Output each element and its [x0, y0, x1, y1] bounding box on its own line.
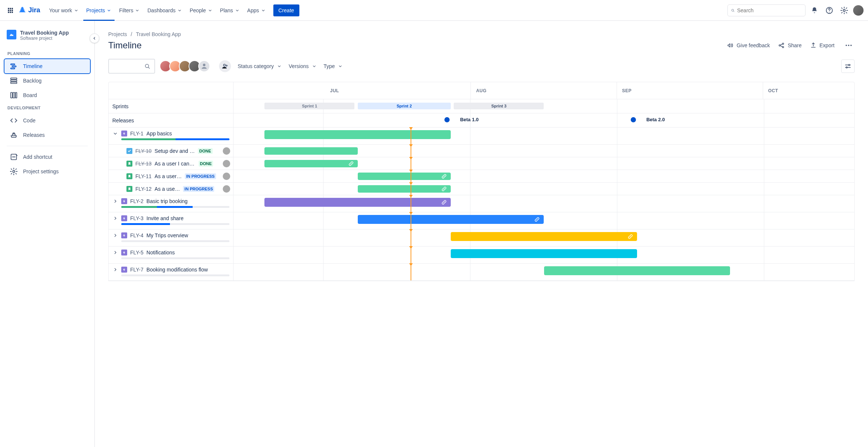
- issue-key[interactable]: FLY-10: [135, 148, 152, 154]
- epic-title[interactable]: Invite and share: [147, 215, 184, 221]
- nav-apps[interactable]: Apps: [244, 0, 269, 21]
- settings-icon[interactable]: [838, 4, 850, 16]
- filter-search[interactable]: [108, 59, 155, 74]
- expand-toggle[interactable]: [112, 198, 118, 204]
- status-lozenge: DONE: [199, 161, 213, 167]
- issue-title[interactable]: As a user I can …: [155, 161, 196, 167]
- gear-icon: [10, 167, 18, 176]
- issue-key[interactable]: FLY-11: [135, 173, 152, 179]
- expand-toggle[interactable]: [112, 215, 118, 221]
- notifications-icon[interactable]: [808, 4, 820, 16]
- chevron-down-icon: [74, 8, 79, 13]
- add-assignee-button[interactable]: [219, 60, 231, 72]
- epic-key[interactable]: FLY-3: [130, 215, 144, 221]
- filter-type[interactable]: Type: [324, 63, 343, 69]
- epic-key[interactable]: FLY-1: [130, 131, 144, 136]
- issue-key[interactable]: FLY-12: [135, 186, 152, 192]
- timeline-bar[interactable]: [264, 160, 357, 167]
- jira-logo[interactable]: Jira: [18, 6, 40, 15]
- assignee-avatar[interactable]: [223, 185, 230, 193]
- sidebar-item-timeline[interactable]: Timeline: [4, 59, 90, 73]
- filter-status-category[interactable]: Status category: [238, 63, 282, 69]
- app-switcher-icon[interactable]: [4, 4, 16, 16]
- chevron-down-icon: [177, 8, 182, 13]
- nav-projects[interactable]: Projects: [83, 0, 115, 21]
- timeline-bar[interactable]: [264, 147, 357, 155]
- epic-key[interactable]: FLY-2: [130, 198, 144, 204]
- timeline-bar[interactable]: [544, 266, 730, 275]
- epic-row: FLY-3 Invite and share: [109, 212, 854, 229]
- epic-key[interactable]: FLY-7: [130, 267, 144, 273]
- sprint-chip[interactable]: Sprint 1: [264, 103, 354, 109]
- breadcrumb: Projects / Travel Booking App: [108, 31, 855, 37]
- nav-people[interactable]: People: [187, 0, 216, 21]
- timeline-bar[interactable]: [451, 232, 637, 241]
- epic-title[interactable]: Notifications: [147, 250, 175, 255]
- view-settings-button[interactable]: [841, 60, 855, 73]
- expand-toggle[interactable]: [112, 232, 118, 238]
- give-feedback-button[interactable]: Give feedback: [727, 42, 770, 49]
- breadcrumb-project[interactable]: Travel Booking App: [136, 31, 181, 37]
- share-button[interactable]: Share: [778, 42, 801, 49]
- expand-toggle[interactable]: [112, 131, 118, 136]
- page-title: Timeline: [108, 40, 142, 51]
- export-button[interactable]: Export: [810, 42, 835, 49]
- epic-title[interactable]: Booking modifications flow: [147, 267, 208, 273]
- sidebar: Travel Booking App Software project PLAN…: [0, 21, 95, 447]
- assignee-avatar[interactable]: [223, 147, 230, 155]
- timeline-bar[interactable]: [358, 185, 451, 193]
- epic-key[interactable]: FLY-5: [130, 250, 144, 255]
- nav-filters[interactable]: Filters: [116, 0, 143, 21]
- sidebar-item-add-shortcut[interactable]: Add shortcut: [4, 150, 90, 164]
- release-marker[interactable]: [444, 117, 450, 122]
- user-avatar[interactable]: [853, 5, 864, 16]
- chevron-down-icon: [277, 64, 282, 69]
- global-search[interactable]: [727, 4, 806, 16]
- epic-title[interactable]: App basics: [147, 131, 172, 136]
- sidebar-item-label: Releases: [23, 132, 45, 138]
- breadcrumb-projects[interactable]: Projects: [108, 31, 127, 37]
- epic-key[interactable]: FLY-4: [130, 232, 144, 238]
- epic-title[interactable]: My Trips overview: [147, 232, 188, 238]
- issue-title[interactable]: As a use…: [155, 186, 180, 192]
- sprint-chip[interactable]: Sprint 3: [454, 103, 544, 109]
- nav-your-work[interactable]: Your work: [46, 0, 82, 21]
- sidebar-item-code[interactable]: Code: [4, 113, 90, 128]
- timeline-bar[interactable]: [358, 215, 544, 224]
- assignee-avatar[interactable]: [223, 160, 230, 167]
- nav-plans[interactable]: Plans: [217, 0, 243, 21]
- sidebar-item-project-settings[interactable]: Project settings: [4, 164, 90, 179]
- issue-title[interactable]: As a user…: [155, 173, 182, 179]
- timeline-bar[interactable]: [451, 249, 637, 258]
- sidebar-item-backlog[interactable]: Backlog: [4, 74, 90, 88]
- timeline-bar[interactable]: [264, 198, 451, 207]
- expand-toggle[interactable]: [112, 250, 118, 255]
- issue-title[interactable]: Setup dev and …: [155, 148, 195, 154]
- project-name: Travel Booking App: [20, 30, 69, 36]
- nav-dashboards[interactable]: Dashboards: [144, 0, 185, 21]
- timeline-bar[interactable]: [358, 173, 451, 180]
- epic-icon: [121, 232, 127, 238]
- search-input[interactable]: [737, 7, 802, 13]
- more-icon: [845, 41, 853, 49]
- sprint-chip[interactable]: Sprint 2: [358, 103, 451, 109]
- create-button[interactable]: Create: [273, 4, 299, 16]
- more-button[interactable]: [843, 41, 855, 49]
- chevron-down-icon: [338, 64, 343, 69]
- search-icon: [144, 63, 151, 70]
- sidebar-item-releases[interactable]: Releases: [4, 128, 90, 142]
- epic-row: FLY-4 My Trips overview: [109, 229, 854, 247]
- assignee-avatar[interactable]: [223, 173, 230, 180]
- epic-title[interactable]: Basic trip booking: [147, 198, 188, 204]
- issue-key[interactable]: FLY-13: [135, 161, 152, 167]
- timeline-bar[interactable]: [264, 130, 451, 139]
- board-icon: [10, 91, 18, 99]
- sidebar-item-board[interactable]: Board: [4, 88, 90, 102]
- release-marker[interactable]: [631, 117, 636, 122]
- filter-versions[interactable]: Versions: [289, 63, 317, 69]
- expand-toggle[interactable]: [112, 267, 118, 273]
- unassigned-avatar[interactable]: [198, 60, 210, 72]
- collapse-sidebar-button[interactable]: [90, 33, 99, 43]
- task-icon: [126, 148, 132, 154]
- help-icon[interactable]: [823, 4, 835, 16]
